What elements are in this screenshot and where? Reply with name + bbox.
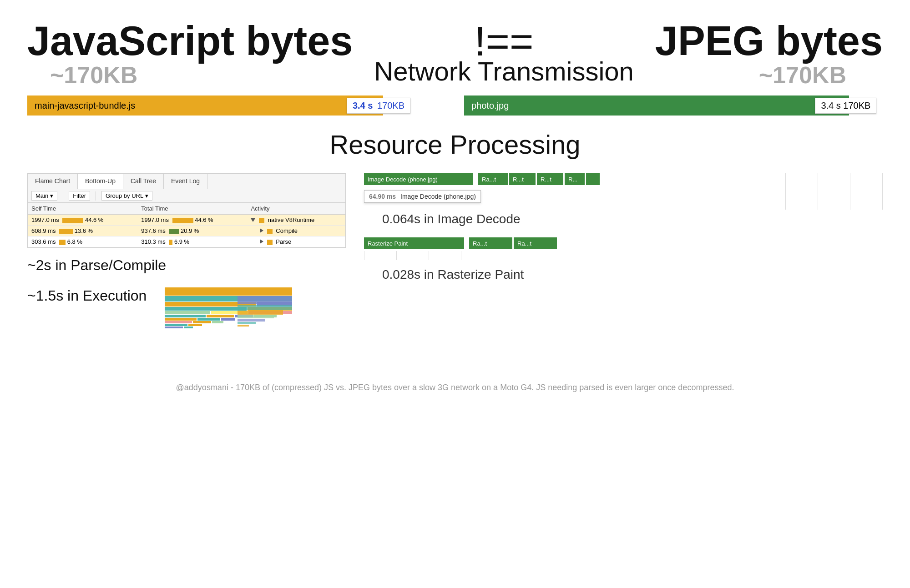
decode-bar-main: Image Decode (phone.jpg) <box>364 173 473 185</box>
decode-area: Image Decode (phone.jpg) Ra...t R...t R.… <box>364 173 883 203</box>
group-by-arrow: ▾ <box>145 192 148 199</box>
self-time-bar <box>62 218 83 223</box>
tab-flame-chart[interactable]: Flame Chart <box>28 174 78 189</box>
decode-bar-r1: R...t <box>509 173 536 185</box>
tab-event-log[interactable]: Event Log <box>164 174 207 189</box>
execution-label: ~1.5s in Execution <box>27 287 147 304</box>
jpeg-title: JPEG bytes <box>655 20 883 61</box>
main-selector-label: Main <box>35 192 48 199</box>
decode-bar-ra1: Ra...t <box>478 173 508 185</box>
col-self-time: Self Time <box>28 203 137 215</box>
raster-grid-line <box>429 251 429 260</box>
filter-input[interactable]: Filter <box>69 191 90 201</box>
table-row: 1997.0 ms 44.6 % 1997.0 ms 44.6 % native… <box>28 215 345 226</box>
jpg-bar-time: 3.4 s <box>821 101 840 111</box>
expand-icon-2[interactable] <box>260 228 263 233</box>
js-bar-label: main-javascript-bundle.js <box>35 101 135 111</box>
cell-activity-3: Parse <box>247 236 345 247</box>
devtools-toolbar: Main ▾ Filter Group by URL ▾ <box>28 189 345 203</box>
rasterize-bar-1: Ra...t <box>469 237 512 249</box>
rasterize-bar-2: Ra...t <box>514 237 557 249</box>
table-header-row: Self Time Total Time Activity <box>28 203 345 215</box>
main-selector-arrow: ▾ <box>50 192 53 199</box>
devtools-panel: Flame Chart Bottom-Up Call Tree Event Lo… <box>27 173 346 248</box>
jpeg-title-block: JPEG bytes ~170KB <box>655 20 883 89</box>
resource-processing-title: Resource Processing <box>27 129 883 160</box>
col-total-time: Total Time <box>137 203 247 215</box>
svg-rect-29 <box>238 325 249 327</box>
svg-rect-9 <box>165 315 206 317</box>
svg-rect-24 <box>238 305 292 310</box>
devtools-tabs: Flame Chart Bottom-Up Call Tree Event Lo… <box>28 174 345 189</box>
svg-rect-4 <box>165 307 247 311</box>
js-bar-time: 3.4 s <box>353 101 373 111</box>
svg-rect-19 <box>165 324 187 326</box>
cell-activity: native V8Runtime <box>247 215 345 226</box>
svg-rect-13 <box>165 318 197 321</box>
parse-compile-label: ~2s in Parse/Compile <box>27 257 346 274</box>
svg-rect-15 <box>221 318 235 321</box>
js-size-label: ~170KB <box>50 61 353 89</box>
rasterize-bar-main: Rasterize Paint <box>364 237 464 249</box>
header-row: JavaScript bytes ~170KB !== Network Tran… <box>27 14 883 95</box>
activity-color-3 <box>267 240 273 245</box>
jpeg-size-label: ~170KB <box>655 61 846 89</box>
decode-bar-r4 <box>586 173 600 185</box>
js-bar-size: 170KB <box>377 101 404 111</box>
decode-tooltip-wrapper: 64.90 ms Image Decode (phone.jpg) <box>364 188 481 203</box>
self-time-bar-3 <box>59 240 66 245</box>
cell-total-time-2: 937.6 ms 20.9 % <box>137 226 247 236</box>
devtools-table: Self Time Total Time Activity 1997.0 ms … <box>28 203 345 247</box>
svg-rect-21 <box>165 327 183 328</box>
left-panel: Flame Chart Bottom-Up Call Tree Event Lo… <box>27 173 346 369</box>
svg-rect-28 <box>238 322 256 324</box>
raster-grid-line <box>396 251 397 260</box>
rasterize-section: Rasterize Paint Ra...t Ra...t <box>364 237 883 260</box>
js-title-block: JavaScript bytes ~170KB <box>27 20 353 89</box>
svg-rect-6 <box>165 311 210 314</box>
total-time-bar-2 <box>169 229 179 234</box>
svg-rect-27 <box>238 319 265 322</box>
svg-rect-17 <box>193 321 211 323</box>
rasterize-label: 0.028s in Rasterize Paint <box>382 267 883 282</box>
footer: @addyosmani - 170KB of (compressed) JS v… <box>27 383 883 402</box>
svg-rect-16 <box>165 321 192 323</box>
total-time-bar-3 <box>169 240 172 245</box>
expand-icon[interactable] <box>251 218 255 222</box>
table-row: 303.6 ms 6.8 % 310.3 ms 6.9 % Parse <box>28 236 345 247</box>
tab-bottom-up[interactable]: Bottom-Up <box>78 174 123 189</box>
cell-self-time-3: 303.6 ms 6.8 % <box>28 236 137 247</box>
cell-self-time-2: 608.9 ms 13.6 % <box>28 226 137 236</box>
jpg-bar-size: 170KB <box>843 101 870 111</box>
cell-total-time-3: 310.3 ms 6.9 % <box>137 236 247 247</box>
network-bars: main-javascript-bundle.js 3.4 s 170KB ph… <box>27 95 883 116</box>
table-row: 608.9 ms 13.6 % 937.6 ms 20.9 % Compile <box>28 226 345 236</box>
jpg-network-bar: photo.jpg 3.4 s 170KB <box>464 95 849 116</box>
js-bar-tooltip: 3.4 s 170KB <box>347 98 410 114</box>
svg-rect-10 <box>207 315 234 317</box>
jpg-bar-label: photo.jpg <box>471 101 509 111</box>
flame-chart-thumbnail <box>165 287 292 369</box>
main-container: JavaScript bytes ~170KB !== Network Tran… <box>0 0 910 415</box>
expand-icon-3[interactable] <box>260 239 263 244</box>
svg-rect-18 <box>212 321 223 323</box>
not-equal-block: !== Network Transmission <box>374 14 633 95</box>
raster-grid-line <box>461 251 461 260</box>
col-activity: Activity <box>247 203 345 215</box>
main-selector[interactable]: Main ▾ <box>31 191 57 201</box>
self-time-bar-2 <box>59 229 73 234</box>
svg-rect-23 <box>238 296 292 304</box>
cell-total-time: 1997.0 ms 44.6 % <box>137 215 247 226</box>
svg-rect-25 <box>238 311 283 315</box>
js-bar-container: main-javascript-bundle.js 3.4 s 170KB <box>27 95 446 116</box>
group-by-url-selector[interactable]: Group by URL ▾ <box>101 191 152 201</box>
tab-call-tree[interactable]: Call Tree <box>123 174 164 189</box>
execution-section: ~1.5s in Execution <box>27 287 346 369</box>
decode-bars-row: Image Decode (phone.jpg) Ra...t R...t R.… <box>364 173 883 185</box>
svg-rect-14 <box>197 318 220 321</box>
bottom-section: Flame Chart Bottom-Up Call Tree Event Lo… <box>27 173 883 369</box>
jpg-bar-tooltip: 3.4 s 170KB <box>815 98 876 114</box>
js-title: JavaScript bytes <box>27 20 353 61</box>
group-by-label: Group by URL <box>106 192 143 199</box>
decode-bar-r3: R... <box>565 173 585 185</box>
